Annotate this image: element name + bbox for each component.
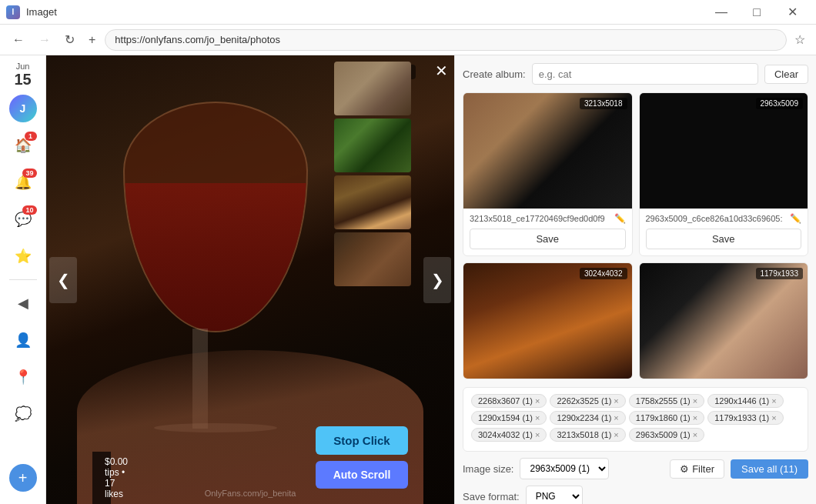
save-all-button[interactable]: Save all (11) xyxy=(731,459,808,479)
photo-card-4: 1179x1933 xyxy=(639,262,809,379)
add-button[interactable]: + xyxy=(9,464,37,492)
tag-t3: 1758x2555 (1) × xyxy=(629,394,704,408)
edit-icon-2[interactable]: ✏️ xyxy=(790,213,801,224)
thumbnail-item-2[interactable] xyxy=(334,118,411,172)
wine-content xyxy=(125,183,306,331)
tag-label-t4: 1290x1446 (1) xyxy=(714,396,769,406)
viewer-close-button[interactable]: ✕ xyxy=(435,62,448,80)
sidebar-item-profile[interactable]: 👤 xyxy=(6,323,40,357)
messages-badge: 10 xyxy=(22,205,36,215)
tag-close-t10[interactable]: × xyxy=(614,431,618,439)
viewer-prev-button[interactable]: ❮ xyxy=(49,257,77,303)
tag-close-t7[interactable]: × xyxy=(693,414,697,422)
tag-t1: 2268x3607 (1) × xyxy=(471,394,547,408)
sidebar-item-messages[interactable]: 💬 10 xyxy=(6,202,40,236)
stop-click-button[interactable]: Stop Click xyxy=(316,426,408,455)
image-size-label: Image size: xyxy=(463,463,513,475)
tag-label-t3: 1758x2555 (1) xyxy=(636,396,691,406)
sidebar-item-notifications[interactable]: 🔔 39 xyxy=(6,165,40,199)
photo-meta-1: 3213x5018_ce17720469cf9ed0d0f9 ✏️ xyxy=(463,209,632,229)
album-input[interactable] xyxy=(532,63,758,85)
sidebar-date: Jun 15 xyxy=(14,62,31,88)
tag-close-t9[interactable]: × xyxy=(535,431,540,439)
photo-actions-2: Save xyxy=(640,229,808,255)
forward-button[interactable]: → xyxy=(34,30,55,50)
maximize-button[interactable]: □ xyxy=(739,0,774,25)
browserbar: ← → ↻ + ☆ xyxy=(0,25,816,55)
titlebar-left: I Imaget xyxy=(6,5,57,19)
tag-t6: 1290x2234 (1) × xyxy=(550,411,625,425)
tag-close-t8[interactable]: × xyxy=(771,414,776,422)
sidebar-item-favorites[interactable]: ⭐ xyxy=(6,239,40,273)
app-icon: I xyxy=(6,5,20,19)
tag-label-t7: 1179x1860 (1) xyxy=(636,413,691,422)
app-title: Imaget xyxy=(26,6,57,18)
save-photo-button-2[interactable]: Save xyxy=(646,229,802,249)
titlebar-controls: — □ ✕ xyxy=(704,0,810,25)
sidebar-item-collapse[interactable]: ◀ xyxy=(6,286,40,320)
sidebar-avatar[interactable]: J xyxy=(9,95,37,122)
tag-t10: 3213x5018 (1) × xyxy=(550,428,625,442)
filter-button[interactable]: ⚙ Filter xyxy=(670,459,724,479)
album-label: Create album: xyxy=(463,68,526,80)
new-tab-button[interactable]: + xyxy=(84,30,100,50)
thumbnail-item-4[interactable] xyxy=(334,232,411,286)
tag-label-t2: 2262x3525 (1) xyxy=(557,396,611,406)
tag-t11: 2963x5009 (1) × xyxy=(629,428,704,442)
close-button[interactable]: ✕ xyxy=(774,0,810,25)
clear-button[interactable]: Clear xyxy=(764,65,808,84)
filter-label: Filter xyxy=(692,463,714,475)
photo-thumb-4: 1179x1933 xyxy=(640,263,808,379)
tag-close-t5[interactable]: × xyxy=(535,414,540,422)
profile-icon: 👤 xyxy=(15,332,32,349)
tag-label-t8: 1179x1933 (1) xyxy=(714,413,769,422)
tag-close-t3[interactable]: × xyxy=(693,397,697,406)
thumbnail-item-3[interactable] xyxy=(334,175,411,229)
photo-dim-badge-2: 2963x5009 xyxy=(756,98,804,109)
tag-close-t1[interactable]: × xyxy=(535,397,540,406)
sidebar-item-home[interactable]: 🏠 1 xyxy=(6,129,40,162)
tag-close-t11[interactable]: × xyxy=(693,431,697,439)
status-text: $0.00 tips • 17 likes xyxy=(105,456,128,499)
minimize-button[interactable]: — xyxy=(704,0,739,25)
photo-name-2: 2963x5009_c6ce826a10d33c69605: xyxy=(646,214,788,223)
tag-close-t2[interactable]: × xyxy=(614,397,618,406)
image-viewer: 38 / 52 ✕ ❮ ❯ Stop Click Auto Scroll Onl… xyxy=(46,55,454,504)
sidebar-item-chat[interactable]: 💭 xyxy=(6,397,40,431)
image-size-row: Image size: 2963x5009 (1) 3213x5018 (1) … xyxy=(463,458,808,479)
photo-thumb-2: 2963x5009 xyxy=(640,93,808,209)
filter-icon: ⚙ xyxy=(680,463,689,475)
tag-t4: 1290x1446 (1) × xyxy=(707,394,783,408)
image-size-select[interactable]: 2963x5009 (1) 3213x5018 (1) 3024x4032 (1… xyxy=(520,458,609,479)
thumbnail-item-1[interactable] xyxy=(334,62,411,115)
refresh-button[interactable]: ↻ xyxy=(60,29,79,50)
photo-name-1: 3213x5018_ce17720469cf9ed0d0f9 xyxy=(470,214,611,223)
tag-close-t6[interactable]: × xyxy=(614,414,618,422)
sidebar-divider xyxy=(9,279,37,280)
tag-t9: 3024x4032 (1) × xyxy=(471,428,547,442)
right-panel: Create album: Clear 3213x5018 3213x5018_… xyxy=(454,55,816,504)
save-photo-button-1[interactable]: Save xyxy=(470,229,626,249)
photo-dim-badge-4: 1179x1933 xyxy=(756,268,804,279)
address-bar[interactable] xyxy=(105,29,787,51)
tags-row-2: 1290x1594 (1) × 1290x2234 (1) × 1179x186… xyxy=(471,411,800,425)
edit-icon-1[interactable]: ✏️ xyxy=(614,213,626,224)
photo-meta-2: 2963x5009_c6ce826a10d33c69605: ✏️ xyxy=(640,209,808,229)
tag-label-t10: 3213x5018 (1) xyxy=(557,430,611,439)
tag-t5: 1290x1594 (1) × xyxy=(471,411,547,425)
tag-t8: 1179x1933 (1) × xyxy=(707,411,783,425)
home-badge: 1 xyxy=(25,132,37,141)
auto-scroll-button[interactable]: Auto Scroll xyxy=(316,461,408,489)
photo-thumb-1: 3213x5018 xyxy=(463,93,632,209)
viewer-watermark: OnlyFans.com/jo_benita xyxy=(205,489,296,498)
status-bar: $0.00 tips • 17 likes xyxy=(92,452,111,504)
glass-bowl xyxy=(123,102,308,332)
tag-close-t4[interactable]: × xyxy=(771,397,776,406)
photo-dim-badge-1: 3213x5018 xyxy=(580,98,627,109)
viewer-next-button[interactable]: ❯ xyxy=(423,257,451,303)
back-button[interactable]: ← xyxy=(8,30,29,50)
sidebar-item-location[interactable]: 📍 xyxy=(6,360,40,394)
format-select[interactable]: PNG JPEG WEBP xyxy=(526,486,583,504)
chevron-left-icon: ❮ xyxy=(57,271,70,289)
bookmark-button[interactable]: ☆ xyxy=(791,29,808,50)
